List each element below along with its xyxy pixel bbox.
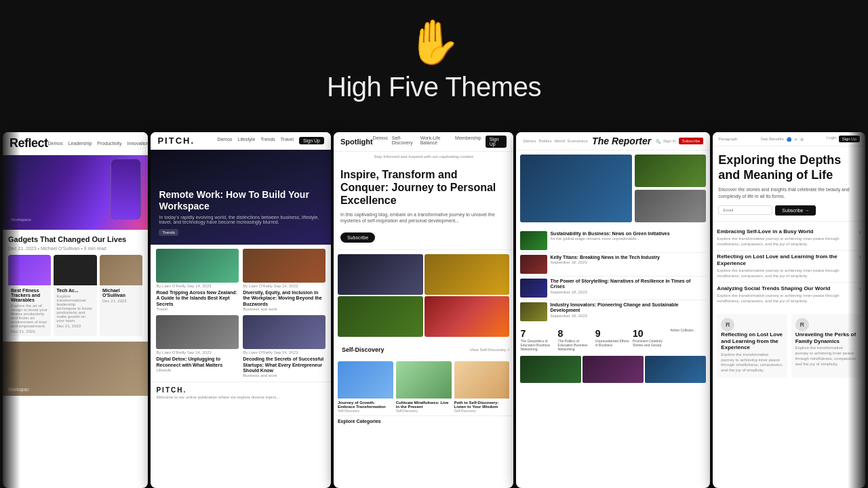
reporter-nav-link-2[interactable]: Politics	[538, 139, 551, 143]
spotlight-nav-2[interactable]: Self-Discovery	[392, 136, 416, 148]
paragraph-r-logo-1: R	[721, 318, 734, 331]
reflect-card-2-text: Explore transformational leadership tech…	[56, 294, 94, 323]
spotlight-explore[interactable]: Explore Categories	[334, 415, 514, 426]
reflect-card-2-body: Tech Ac... Explore transformational lead…	[54, 285, 96, 331]
reporter-num-3-text: Unprecedented Efforts in Business	[595, 339, 631, 347]
pitch-article-1-title: Road Tripping Across New Zealand: A Guid…	[156, 290, 239, 307]
spotlight-nav-3[interactable]: Work-Life Balance	[420, 136, 451, 148]
paragraph-email-input[interactable]	[718, 205, 772, 215]
theme-paragraph[interactable]: Paragraph See Benefits 🔵 ✕ ⚙ Login Sign …	[713, 132, 865, 488]
theme-reflect[interactable]: Reflect Demos Leadership Productivity In…	[3, 132, 148, 488]
reflect-nav-link-4[interactable]: Innovation	[127, 141, 149, 146]
pitch-articles: By Liam O'Reilly Sep 14, 2023 Road Tripp…	[151, 245, 331, 315]
reporter-nav-link-3[interactable]: World	[554, 139, 565, 143]
spotlight-feat-1-title: Journey of Growth: Embrace Transformatio…	[338, 401, 393, 409]
reflect-card-1[interactable]: Best Fitness Trackers and Wearables Expl…	[8, 255, 51, 336]
reflect-nav-links: Demos Leadership Productivity Innovation	[48, 141, 149, 146]
spotlight-nav-signup[interactable]: Sign Up	[486, 136, 507, 148]
paragraph-nav-right: Login Sign Up	[827, 136, 860, 142]
paragraph-article-3[interactable]: Analyzing Social Trends Shaping Our Worl…	[717, 283, 861, 307]
paragraph-login[interactable]: Login	[827, 136, 837, 142]
spotlight-view-all[interactable]: View Self-Discovery >	[470, 348, 509, 352]
reporter-article-1[interactable]: Sustainability in Business: News on Gree…	[520, 229, 706, 253]
pitch-article-4[interactable]: By Liam O'Reilly Sep 14, 2023 Decoding t…	[243, 315, 326, 378]
spotlight-img-2	[425, 254, 510, 295]
paragraph-article-2-title: Reflecting on Lost Love and Learning fro…	[717, 253, 854, 266]
pitch-article-3-img	[156, 315, 239, 349]
spotlight-feat-2-meta: Self-Discovery	[396, 409, 452, 413]
spotlight-image-grid	[334, 250, 514, 341]
reporter-signin[interactable]: Sign In	[663, 139, 676, 143]
pitch-article-3[interactable]: By Liam O'Reilly Sep 14, 2023 Digital De…	[156, 315, 239, 378]
reflect-nav-link-3[interactable]: Productivity	[97, 141, 121, 146]
paragraph-nav-4[interactable]: ⚙	[800, 137, 804, 142]
paragraph-nav-3[interactable]: ✕	[794, 137, 797, 142]
reporter-side-img-2	[635, 190, 707, 222]
spotlight-section-header: Self-Discovery View Self-Discovery >	[334, 341, 514, 359]
paragraph-nav-1[interactable]: See Benefits	[761, 137, 784, 142]
spotlight-feat-1-meta: Self-Discovery	[338, 409, 393, 413]
pitch-nav-link-1[interactable]: Demos	[217, 137, 232, 144]
reflect-card-3[interactable]: Michael O'Sullivan Dec 21, 2023	[100, 255, 142, 336]
spotlight-nav-4[interactable]: Membership	[455, 136, 481, 148]
spotlight-hero-text: In this captivating blog, embark on a tr…	[340, 211, 507, 225]
paragraph-bottom-title-2: Unraveling the Perks of Family Dynamics	[795, 331, 857, 344]
paragraph-hero-text: Discover the stories and insights that c…	[718, 186, 860, 200]
paragraph-subscribe-btn[interactable]: Subscribe →	[775, 205, 816, 216]
pitch-hero-tag: Trends	[159, 229, 178, 236]
reporter-article-3-meta: September 18, 2023	[550, 290, 706, 294]
reporter-article-3[interactable]: The Power of Storytelling: Narratives of…	[520, 277, 706, 300]
reflect-nav-link-1[interactable]: Demos	[48, 141, 63, 146]
reporter-nav-link-4[interactable]: Economics	[568, 139, 587, 143]
pitch-nav-link-4[interactable]: Travel	[281, 137, 294, 144]
spotlight-feat-2[interactable]: Cultivate Mindfulness: Live in the Prese…	[396, 361, 452, 413]
spotlight-feat-3[interactable]: Path to Self-Discovery: Listen to Your W…	[454, 361, 510, 413]
reporter-nav-link-1[interactable]: Demos	[523, 139, 536, 143]
reporter-article-2[interactable]: Kelly Titans: Breaking News in the Tech …	[520, 253, 706, 277]
theme-reporter[interactable]: Demos Politics World Economics The Repor…	[516, 132, 710, 488]
reflect-card-1-title: Best Fitness Trackers and Wearables	[11, 288, 48, 302]
reflect-card-2-title: Tech Ac...	[56, 288, 94, 293]
reflect-card-2[interactable]: Tech Ac... Explore transformational lead…	[54, 255, 96, 336]
paragraph-bottom-card-2[interactable]: R Unraveling the Perks of Family Dynamic…	[791, 314, 861, 378]
hero-title: High Five Themes	[327, 72, 541, 102]
pitch-logo: PITCH.	[157, 136, 195, 146]
pitch-article-2-img	[243, 249, 326, 283]
reflect-desk-area: Workspac	[3, 342, 148, 396]
spotlight-nav-1[interactable]: Demos	[373, 136, 388, 148]
theme-spotlight[interactable]: Spotlight Demos Self-Discovery Work-Life…	[334, 132, 514, 488]
pitch-nav-link-2[interactable]: Lifestyle	[238, 137, 256, 144]
pitch-article-1[interactable]: By Liam O'Reilly Sep 14, 2023 Road Tripp…	[156, 249, 239, 311]
pitch-nav-link-3[interactable]: Trends	[260, 137, 275, 144]
pitch-nav-link-signup[interactable]: Sign Up	[299, 137, 324, 144]
paragraph-article-1-title: Embracing Self-Love in a Busy World	[717, 228, 854, 235]
paragraph-nav-2[interactable]: 🔵	[787, 137, 791, 142]
reporter-side-img-1	[635, 155, 707, 187]
pitch-articles-2: By Liam O'Reilly Sep 14, 2023 Digital De…	[151, 315, 331, 382]
reflect-card-1-body: Best Fitness Trackers and Wearables Expl…	[8, 285, 51, 336]
spotlight-subscribe-btn[interactable]: Subscribe	[340, 232, 375, 243]
reporter-nav-right: 🔍 Sign In Subscribe	[656, 138, 703, 144]
paragraph-signup-btn[interactable]: Sign Up	[839, 136, 860, 142]
reporter-article-4[interactable]: Industry Innovators: Pioneering Change a…	[520, 300, 706, 323]
reporter-num-4: 10 Prominent Celebrity Stories and Gossi…	[633, 328, 669, 351]
reporter-hero	[516, 150, 710, 226]
theme-pitch[interactable]: PITCH. Demos Lifestyle Trends Travel Sig…	[151, 132, 331, 488]
reporter-article-1-img	[520, 231, 547, 250]
reporter-search[interactable]: 🔍	[656, 139, 660, 144]
paragraph-r-logo-2: R	[795, 318, 809, 331]
reporter-article-2-img	[520, 255, 547, 274]
paragraph-article-1-text: Embracing Self-Love in a Busy World Expl…	[717, 228, 854, 247]
spotlight-feat-1[interactable]: Journey of Growth: Embrace Transformatio…	[338, 361, 393, 413]
reporter-num-4-text: Prominent Celebrity Stories and Gossip	[633, 339, 669, 347]
reporter-article-2-title: Kelly Titans: Breaking News in the Tech …	[550, 255, 660, 260]
paragraph-article-2[interactable]: Reflecting on Lost Love and Learning fro…	[717, 251, 861, 283]
paragraph-bottom-card-1[interactable]: R Reflecting on Lost Love and Learning f…	[717, 314, 787, 378]
paragraph-article-1[interactable]: Embracing Self-Love in a Busy World Expl…	[717, 226, 861, 251]
reflect-nav: Reflect Demos Leadership Productivity In…	[3, 132, 148, 155]
reporter-subscribe-btn[interactable]: Subscribe	[679, 138, 704, 144]
reflect-card-1-image	[8, 255, 51, 285]
pitch-article-2[interactable]: By Liam O'Reilly Sep 14, 2023 Diversity,…	[243, 249, 326, 311]
reflect-nav-link-2[interactable]: Leadership	[68, 141, 92, 146]
reporter-num-5-text: Airline Collision...	[670, 328, 706, 332]
